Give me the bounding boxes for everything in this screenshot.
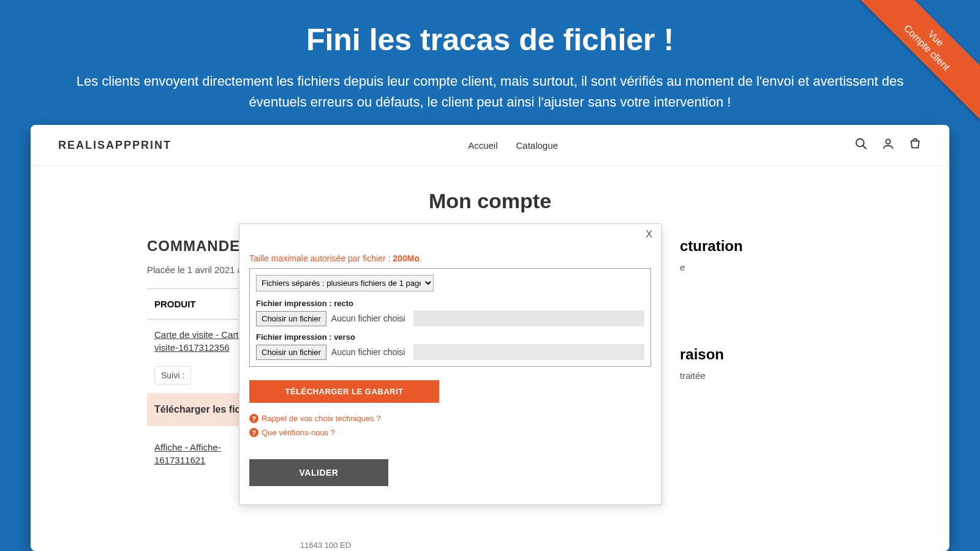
nav-home[interactable]: Accueil bbox=[468, 140, 497, 151]
account-icon[interactable] bbox=[881, 137, 895, 153]
upload-modal: X Taille maximale autorisée par fichier … bbox=[239, 223, 662, 505]
choose-file-recto-button[interactable]: Choisir un fichier bbox=[256, 311, 326, 326]
maxsize-suffix: . bbox=[420, 253, 422, 263]
choose-file-verso-button[interactable]: Choisir un fichier bbox=[256, 345, 326, 360]
help-icon: ? bbox=[249, 428, 258, 437]
ribbon-line2: Compte client bbox=[902, 23, 952, 72]
shipping-heading: raison bbox=[680, 346, 833, 363]
top-nav: Accueil Catalogue bbox=[468, 140, 558, 151]
billing-text: e bbox=[680, 262, 833, 272]
recto-file-status: Aucun fichier choisi bbox=[326, 311, 410, 326]
maxsize-value: 200Mo bbox=[393, 253, 420, 263]
svg-point-2 bbox=[886, 140, 890, 144]
site-brand[interactable]: REALISAPPPRINT bbox=[58, 139, 172, 152]
promo-title: Fini les tracas de fichier ! bbox=[0, 0, 980, 58]
product-link[interactable]: Affiche - Affiche- 1617311621 bbox=[154, 441, 221, 467]
maxsize-prefix: Taille maximale autorisée par fichier : bbox=[249, 253, 393, 263]
partial-row-text: 11643 100 ED bbox=[300, 541, 351, 550]
max-filesize-notice: Taille maximale autorisée par fichier : … bbox=[249, 253, 651, 263]
tracking-field[interactable]: Suivi : bbox=[154, 366, 191, 384]
product-link[interactable]: Carte de visite - Carte d visite-1617312… bbox=[154, 328, 251, 354]
file-mode-select[interactable]: Fichiers séparés : plusieurs fichiers de… bbox=[256, 275, 434, 291]
help-link-verify[interactable]: ? Que vérifions-nous ? bbox=[249, 428, 651, 437]
help-text: Que vérifions-nous ? bbox=[262, 428, 335, 437]
recto-label: Fichier impression : recto bbox=[256, 299, 644, 308]
help-link-choices[interactable]: ? Rappel de vos choix techniques ? bbox=[249, 414, 651, 423]
verso-progress-bar bbox=[413, 344, 644, 360]
validate-button[interactable]: VALIDER bbox=[249, 459, 388, 486]
help-icon: ? bbox=[249, 414, 258, 423]
nav-catalog[interactable]: Catalogue bbox=[516, 140, 558, 151]
verso-label: Fichier impression : verso bbox=[256, 332, 644, 342]
billing-heading: cturation bbox=[680, 238, 833, 255]
recto-progress-bar bbox=[413, 310, 644, 326]
file-upload-box: Fichiers séparés : plusieurs fichiers de… bbox=[249, 268, 651, 367]
site-header: REALISAPPPRINT Accueil Catalogue bbox=[31, 125, 949, 166]
right-column: cturation e raison traitée bbox=[680, 238, 833, 405]
cart-icon[interactable] bbox=[908, 137, 922, 153]
promo-subtitle: Les clients envoyent directement les fic… bbox=[72, 71, 908, 113]
close-button[interactable]: X bbox=[646, 229, 652, 240]
download-template-button[interactable]: TÉLÉCHARGER LE GABARIT bbox=[249, 380, 439, 403]
header-icons bbox=[854, 137, 922, 153]
svg-point-0 bbox=[856, 139, 864, 147]
verso-file-status: Aucun fichier choisi bbox=[326, 345, 410, 359]
page-title: Mon compte bbox=[31, 189, 949, 213]
shipping-text: traitée bbox=[680, 370, 833, 381]
help-text: Rappel de vos choix techniques ? bbox=[262, 414, 380, 423]
svg-line-1 bbox=[863, 146, 867, 149]
search-icon[interactable] bbox=[854, 137, 868, 153]
